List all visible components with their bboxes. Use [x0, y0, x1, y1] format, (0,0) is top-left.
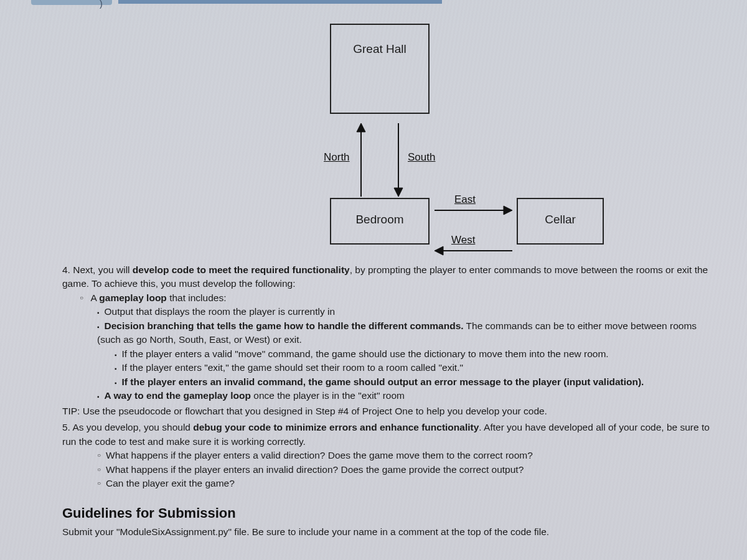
- room-bedroom: Bedroom: [330, 198, 430, 245]
- text: that includes:: [167, 292, 227, 303]
- sub-item: If the player enters an invalid command,…: [115, 375, 722, 389]
- guidelines-heading: Guidelines for Submission: [62, 503, 722, 523]
- text: What happens if the player enters an inv…: [106, 464, 524, 475]
- arrow-east-icon: [435, 204, 512, 217]
- guidelines-body: Submit your "ModuleSixAssignment.py" fil…: [62, 525, 722, 539]
- sub-item: A way to end the gameplay loop once the …: [97, 389, 722, 403]
- arrow-south-icon: [392, 123, 405, 197]
- sub-item: If the player enters a valid "move" comm…: [115, 347, 722, 361]
- sub-item: What happens if the player enters a vali…: [97, 449, 722, 462]
- stray-paren: ): [100, 0, 103, 9]
- item4-lead: 4. Next, you will develop code to meet t…: [62, 264, 708, 289]
- direction-label-north: North: [324, 151, 350, 164]
- room-diagram: Great Hall Bedroom Cellar North South Ea…: [261, 17, 747, 260]
- svg-marker-3: [394, 188, 403, 197]
- text: 5. As you develop, you should: [62, 422, 193, 432]
- arrow-north-icon: [355, 123, 367, 197]
- text: A: [91, 292, 100, 303]
- text-bold: debug your code to minimize errors and e…: [193, 422, 479, 432]
- sub-item: Decision branching that tells the game h…: [97, 319, 722, 347]
- text: 4. Next, you will: [62, 264, 133, 275]
- room-cellar: Cellar: [517, 198, 604, 245]
- room-label: Bedroom: [355, 213, 403, 226]
- arrow-west-icon: [435, 245, 512, 257]
- svg-marker-5: [504, 206, 512, 215]
- sub-item: A gameplay loop that includes:: [80, 291, 722, 305]
- list-item-4: 4. Next, you will develop code to meet t…: [62, 263, 722, 418]
- svg-marker-1: [357, 123, 365, 132]
- sub-item: Can the player exit the game?: [97, 477, 722, 490]
- svg-marker-7: [435, 246, 443, 255]
- room-great-hall: Great Hall: [330, 24, 430, 114]
- browser-address-hint: [118, 0, 442, 4]
- document-page: ) Great Hall Bedroom Cellar North South …: [0, 0, 747, 560]
- list-item-5: 5. As you develop, you should debug your…: [62, 421, 722, 490]
- direction-label-south: South: [408, 151, 435, 164]
- sub-item: Output that displays the room the player…: [97, 305, 722, 319]
- sub-item: What happens if the player enters an inv…: [97, 463, 722, 477]
- text-bold: develop code to meet the required functi…: [133, 264, 350, 275]
- room-label: Cellar: [545, 213, 576, 226]
- text-bold: A way to end the gameplay loop: [105, 390, 251, 401]
- room-label: Great Hall: [353, 42, 406, 56]
- text-bold: If the player enters an invalid command,…: [122, 376, 644, 387]
- text: If the player enters "exit," the game sh…: [122, 362, 463, 373]
- sub-item: If the player enters "exit," the game sh…: [115, 361, 722, 375]
- text: If the player enters a valid "move" comm…: [122, 348, 609, 359]
- text: Output that displays the room the player…: [105, 306, 335, 317]
- tip-text: TIP: Use the pseudocode or flowchart tha…: [62, 404, 722, 418]
- item5-lead: 5. As you develop, you should debug your…: [62, 422, 710, 446]
- text: What happens if the player enters a vali…: [106, 450, 533, 460]
- text: once the player is in the "exit" room: [251, 390, 405, 401]
- text-bold: Decision branching that tells the game h…: [105, 320, 464, 331]
- instructions-text: 4. Next, you will develop code to meet t…: [62, 263, 722, 539]
- text-bold: gameplay loop: [99, 292, 167, 303]
- text: Can the player exit the game?: [106, 478, 235, 488]
